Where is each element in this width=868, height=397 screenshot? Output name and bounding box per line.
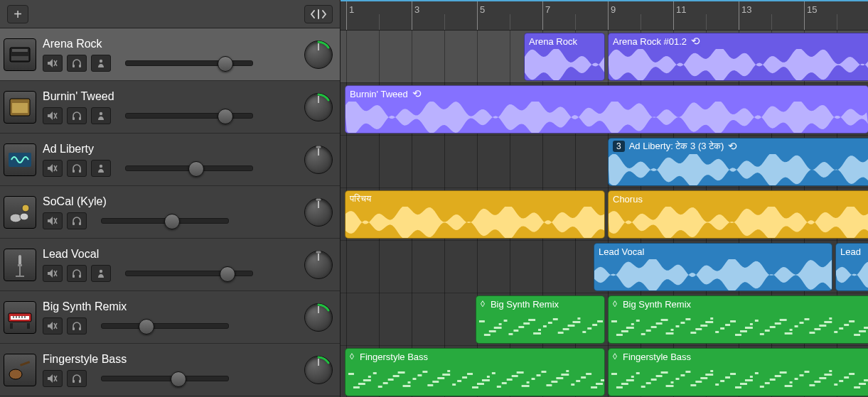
- svg-rect-106: [834, 331, 837, 333]
- horizontal-auto-zoom-button[interactable]: [304, 5, 333, 23]
- region[interactable]: Arena Rock #01.2⟲: [608, 33, 868, 81]
- track-instrument-icon[interactable]: [0, 134, 40, 185]
- mute-button[interactable]: [43, 265, 63, 282]
- svg-rect-104: [824, 321, 832, 323]
- add-track-button[interactable]: +: [7, 5, 28, 23]
- region[interactable]: Arena Rock: [524, 33, 605, 81]
- svg-rect-146: [512, 375, 518, 377]
- svg-rect-208: [824, 374, 832, 376]
- volume-slider[interactable]: [101, 212, 229, 229]
- svg-rect-114: [353, 386, 360, 388]
- region[interactable]: परिचय: [345, 190, 605, 239]
- region[interactable]: Burnin' Tweed⟲: [345, 85, 868, 134]
- region-lanes[interactable]: Arena RockArena Rock #01.2⟲Burnin' Tweed…: [341, 31, 868, 397]
- svg-rect-110: [854, 334, 860, 336]
- region[interactable]: ◊Fingerstyle Bass: [345, 348, 605, 396]
- volume-slider[interactable]: [125, 107, 253, 124]
- solo-button[interactable]: [67, 317, 87, 335]
- track-header[interactable]: Big Synth Remix: [0, 291, 340, 344]
- track-controls: [43, 265, 291, 282]
- svg-rect-54: [568, 325, 575, 327]
- solo-button[interactable]: [67, 107, 87, 124]
- mute-button[interactable]: [43, 370, 63, 387]
- region[interactable]: ◊Big Synth Remix: [608, 295, 868, 344]
- track-header[interactable]: Lead Vocal: [0, 239, 340, 291]
- input-monitor-button[interactable]: [91, 160, 111, 177]
- svg-rect-46: [528, 319, 535, 321]
- toolbar: +: [0, 0, 340, 28]
- mute-button[interactable]: [43, 212, 63, 229]
- pan-knob[interactable]: [304, 93, 333, 121]
- region-waveform: [345, 207, 604, 238]
- mute-button[interactable]: [43, 55, 63, 72]
- mute-button[interactable]: [43, 107, 63, 124]
- input-monitor-button[interactable]: [91, 265, 111, 282]
- svg-rect-4: [79, 65, 81, 67]
- svg-point-15: [10, 214, 21, 222]
- mute-button[interactable]: [43, 317, 63, 335]
- region-waveform: [609, 154, 868, 185]
- solo-button[interactable]: [67, 265, 87, 282]
- region-waveform: [836, 259, 868, 290]
- mute-icon: [47, 268, 58, 278]
- pan-knob[interactable]: [304, 146, 333, 174]
- svg-rect-102: [814, 328, 820, 330]
- svg-rect-92: [765, 330, 770, 332]
- pan-knob[interactable]: [304, 251, 333, 279]
- region[interactable]: Lead Vocal: [594, 243, 832, 291]
- track-instrument-icon[interactable]: [0, 344, 40, 396]
- track-controls: [43, 370, 291, 387]
- svg-rect-49: [543, 325, 547, 327]
- pan-knob[interactable]: [304, 198, 333, 227]
- svg-rect-77: [690, 332, 696, 334]
- volume-slider[interactable]: [125, 55, 253, 72]
- svg-point-25: [100, 269, 102, 272]
- track-instrument-icon[interactable]: [0, 81, 40, 133]
- region-label: Arena Rock: [525, 33, 604, 49]
- svg-rect-165: [611, 373, 617, 375]
- track-header[interactable]: Burnin' Tweed: [0, 81, 340, 134]
- timeline-ruler[interactable]: 13579111315: [341, 1, 868, 31]
- solo-button[interactable]: [67, 160, 87, 177]
- track-header[interactable]: Arena Rock: [0, 28, 340, 81]
- solo-button[interactable]: [67, 55, 87, 72]
- volume-slider[interactable]: [125, 160, 253, 177]
- track-instrument-icon[interactable]: [0, 28, 40, 80]
- volume-slider[interactable]: [101, 370, 229, 387]
- svg-rect-161: [586, 373, 591, 375]
- svg-rect-69: [651, 326, 657, 328]
- svg-rect-133: [447, 370, 450, 372]
- region[interactable]: ◊Big Synth Remix: [476, 295, 605, 344]
- pan-knob[interactable]: [304, 303, 333, 332]
- track-header[interactable]: Ad Liberty: [0, 134, 340, 186]
- region[interactable]: Lead: [835, 243, 868, 291]
- svg-rect-206: [814, 381, 820, 383]
- track-header[interactable]: SoCal (Kyle): [0, 186, 340, 239]
- pan-knob[interactable]: [304, 356, 333, 384]
- solo-button[interactable]: [67, 212, 87, 229]
- volume-slider[interactable]: [125, 265, 253, 282]
- svg-rect-160: [581, 376, 586, 379]
- volume-slider[interactable]: [101, 317, 229, 335]
- solo-button[interactable]: [67, 370, 87, 387]
- svg-rect-205: [809, 384, 815, 386]
- mute-button[interactable]: [43, 160, 63, 177]
- input-monitor-button[interactable]: [91, 107, 111, 124]
- svg-rect-156: [561, 374, 569, 376]
- track-instrument-icon[interactable]: [0, 186, 40, 238]
- svg-rect-134: [452, 384, 456, 386]
- track-instrument-icon[interactable]: [0, 291, 40, 343]
- track-header[interactable]: Fingerstyle Bass: [0, 344, 340, 396]
- pan-knob[interactable]: [304, 40, 333, 69]
- region[interactable]: ◊Fingerstyle Bass: [608, 348, 868, 396]
- track-body: Lead Vocal: [40, 239, 297, 290]
- region[interactable]: 3Ad Liberty: टेक 3 (3 टेक)⟲: [608, 138, 868, 186]
- svg-rect-200: [785, 385, 793, 387]
- svg-rect-121: [388, 379, 394, 381]
- input-monitor-button[interactable]: [91, 55, 111, 72]
- track-instrument-icon[interactable]: [0, 239, 40, 290]
- svg-rect-57: [582, 331, 586, 333]
- region[interactable]: Chorus: [608, 190, 868, 239]
- svg-rect-95: [780, 319, 787, 321]
- headphones-icon: [71, 268, 82, 278]
